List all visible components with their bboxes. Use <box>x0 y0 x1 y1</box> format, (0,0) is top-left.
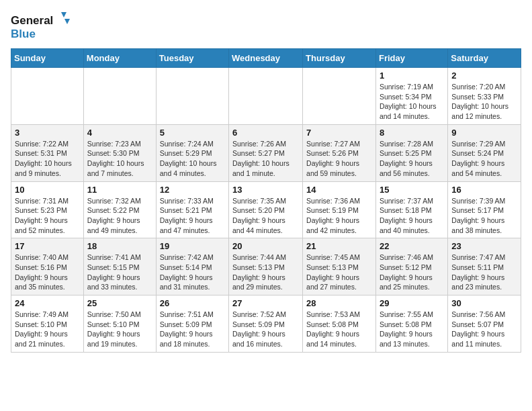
day-info: Sunrise: 7:31 AM Sunset: 5:23 PM Dayligh… <box>15 196 80 236</box>
day-cell: 21Sunrise: 7:45 AM Sunset: 5:13 PM Dayli… <box>303 238 376 295</box>
day-number: 29 <box>380 298 444 308</box>
day-info: Sunrise: 7:51 AM Sunset: 5:09 PM Dayligh… <box>160 310 225 349</box>
day-info: Sunrise: 7:33 AM Sunset: 5:21 PM Dayligh… <box>160 196 225 236</box>
header-row: SundayMondayTuesdayWednesdayThursdayFrid… <box>11 49 521 68</box>
day-cell: 23Sunrise: 7:47 AM Sunset: 5:11 PM Dayli… <box>448 238 521 295</box>
day-info: Sunrise: 7:24 AM Sunset: 5:29 PM Dayligh… <box>160 139 225 179</box>
day-cell: 11Sunrise: 7:32 AM Sunset: 5:22 PM Dayli… <box>83 181 156 238</box>
day-info: Sunrise: 7:32 AM Sunset: 5:22 PM Dayligh… <box>87 196 152 236</box>
day-number: 25 <box>87 298 152 308</box>
day-number: 20 <box>232 241 299 251</box>
day-cell: 5Sunrise: 7:24 AM Sunset: 5:29 PM Daylig… <box>156 124 228 181</box>
day-info: Sunrise: 7:55 AM Sunset: 5:08 PM Dayligh… <box>380 310 444 349</box>
day-info: Sunrise: 7:46 AM Sunset: 5:12 PM Dayligh… <box>380 253 444 292</box>
day-header: Sunday <box>11 49 84 68</box>
day-info: Sunrise: 7:52 AM Sunset: 5:09 PM Dayligh… <box>232 310 299 349</box>
day-header: Friday <box>375 49 447 68</box>
day-number: 27 <box>232 298 299 308</box>
day-info: Sunrise: 7:56 AM Sunset: 5:07 PM Dayligh… <box>451 310 517 349</box>
day-cell: 16Sunrise: 7:39 AM Sunset: 5:17 PM Dayli… <box>448 181 521 238</box>
day-cell: 10Sunrise: 7:31 AM Sunset: 5:23 PM Dayli… <box>11 181 84 238</box>
day-cell: 17Sunrise: 7:40 AM Sunset: 5:16 PM Dayli… <box>11 238 84 295</box>
svg-text:Blue: Blue <box>11 28 36 40</box>
day-info: Sunrise: 7:39 AM Sunset: 5:17 PM Dayligh… <box>451 196 517 236</box>
day-cell: 25Sunrise: 7:50 AM Sunset: 5:10 PM Dayli… <box>83 295 156 353</box>
day-info: Sunrise: 7:37 AM Sunset: 5:18 PM Dayligh… <box>380 196 444 236</box>
day-header: Thursday <box>303 49 376 68</box>
svg-marker-3 <box>64 19 70 24</box>
day-number: 3 <box>15 128 80 138</box>
day-header: Wednesday <box>229 49 303 68</box>
day-info: Sunrise: 7:27 AM Sunset: 5:26 PM Dayligh… <box>306 139 372 179</box>
day-cell: 18Sunrise: 7:41 AM Sunset: 5:15 PM Dayli… <box>83 238 156 295</box>
day-number: 9 <box>451 128 517 138</box>
day-number: 17 <box>15 241 80 251</box>
day-number: 13 <box>232 185 299 195</box>
day-number: 6 <box>232 128 299 138</box>
day-cell: 9Sunrise: 7:29 AM Sunset: 5:24 PM Daylig… <box>448 124 521 181</box>
day-number: 10 <box>15 185 80 195</box>
week-row: 3Sunrise: 7:22 AM Sunset: 5:31 PM Daylig… <box>11 124 521 181</box>
day-number: 12 <box>160 185 225 195</box>
day-cell: 24Sunrise: 7:49 AM Sunset: 5:10 PM Dayli… <box>11 295 84 353</box>
day-cell: 15Sunrise: 7:37 AM Sunset: 5:18 PM Dayli… <box>375 181 447 238</box>
page-header: General Blue <box>11 11 521 43</box>
day-number: 18 <box>87 241 152 251</box>
day-cell: 19Sunrise: 7:42 AM Sunset: 5:14 PM Dayli… <box>156 238 228 295</box>
day-cell: 7Sunrise: 7:27 AM Sunset: 5:26 PM Daylig… <box>303 124 376 181</box>
logo: General Blue <box>11 11 75 43</box>
day-header: Saturday <box>448 49 521 68</box>
day-info: Sunrise: 7:26 AM Sunset: 5:27 PM Dayligh… <box>232 139 299 179</box>
day-number: 14 <box>306 185 372 195</box>
day-cell: 28Sunrise: 7:53 AM Sunset: 5:08 PM Dayli… <box>303 295 376 353</box>
day-number: 1 <box>380 71 444 81</box>
day-cell: 12Sunrise: 7:33 AM Sunset: 5:21 PM Dayli… <box>156 181 228 238</box>
week-row: 24Sunrise: 7:49 AM Sunset: 5:10 PM Dayli… <box>11 295 521 353</box>
day-header: Monday <box>83 49 156 68</box>
day-cell: 20Sunrise: 7:44 AM Sunset: 5:13 PM Dayli… <box>229 238 303 295</box>
day-number: 4 <box>87 128 152 138</box>
day-number: 2 <box>451 71 517 81</box>
day-info: Sunrise: 7:35 AM Sunset: 5:20 PM Dayligh… <box>232 196 299 236</box>
day-number: 30 <box>451 298 517 308</box>
day-cell: 29Sunrise: 7:55 AM Sunset: 5:08 PM Dayli… <box>375 295 447 353</box>
day-info: Sunrise: 7:23 AM Sunset: 5:30 PM Dayligh… <box>87 139 152 179</box>
day-cell: 3Sunrise: 7:22 AM Sunset: 5:31 PM Daylig… <box>11 124 84 181</box>
day-number: 23 <box>451 241 517 251</box>
day-info: Sunrise: 7:42 AM Sunset: 5:14 PM Dayligh… <box>160 253 225 292</box>
day-cell: 30Sunrise: 7:56 AM Sunset: 5:07 PM Dayli… <box>448 295 521 353</box>
day-number: 28 <box>306 298 372 308</box>
day-cell: 13Sunrise: 7:35 AM Sunset: 5:20 PM Dayli… <box>229 181 303 238</box>
day-info: Sunrise: 7:50 AM Sunset: 5:10 PM Dayligh… <box>87 310 152 349</box>
day-number: 15 <box>380 185 444 195</box>
day-info: Sunrise: 7:22 AM Sunset: 5:31 PM Dayligh… <box>15 139 80 179</box>
day-cell <box>156 68 228 125</box>
day-cell: 2Sunrise: 7:20 AM Sunset: 5:33 PM Daylig… <box>448 68 521 125</box>
day-number: 22 <box>380 241 444 251</box>
day-number: 19 <box>160 241 225 251</box>
day-info: Sunrise: 7:40 AM Sunset: 5:16 PM Dayligh… <box>15 253 80 292</box>
day-cell <box>303 68 376 125</box>
day-info: Sunrise: 7:19 AM Sunset: 5:34 PM Dayligh… <box>380 82 444 122</box>
week-row: 17Sunrise: 7:40 AM Sunset: 5:16 PM Dayli… <box>11 238 521 295</box>
day-cell: 26Sunrise: 7:51 AM Sunset: 5:09 PM Dayli… <box>156 295 228 353</box>
calendar: SundayMondayTuesdayWednesdayThursdayFrid… <box>11 48 521 353</box>
day-number: 26 <box>160 298 225 308</box>
day-info: Sunrise: 7:36 AM Sunset: 5:19 PM Dayligh… <box>306 196 372 236</box>
week-row: 1Sunrise: 7:19 AM Sunset: 5:34 PM Daylig… <box>11 68 521 125</box>
day-cell: 6Sunrise: 7:26 AM Sunset: 5:27 PM Daylig… <box>229 124 303 181</box>
day-cell: 27Sunrise: 7:52 AM Sunset: 5:09 PM Dayli… <box>229 295 303 353</box>
day-cell <box>11 68 84 125</box>
day-cell <box>229 68 303 125</box>
day-cell: 1Sunrise: 7:19 AM Sunset: 5:34 PM Daylig… <box>375 68 447 125</box>
day-info: Sunrise: 7:47 AM Sunset: 5:11 PM Dayligh… <box>451 253 517 292</box>
day-header: Tuesday <box>156 49 228 68</box>
day-cell <box>83 68 156 125</box>
day-info: Sunrise: 7:45 AM Sunset: 5:13 PM Dayligh… <box>306 253 372 292</box>
day-number: 8 <box>380 128 444 138</box>
day-info: Sunrise: 7:29 AM Sunset: 5:24 PM Dayligh… <box>451 139 517 179</box>
day-info: Sunrise: 7:49 AM Sunset: 5:10 PM Dayligh… <box>15 310 80 349</box>
day-info: Sunrise: 7:53 AM Sunset: 5:08 PM Dayligh… <box>306 310 372 349</box>
day-info: Sunrise: 7:28 AM Sunset: 5:25 PM Dayligh… <box>380 139 444 179</box>
day-number: 21 <box>306 241 372 251</box>
